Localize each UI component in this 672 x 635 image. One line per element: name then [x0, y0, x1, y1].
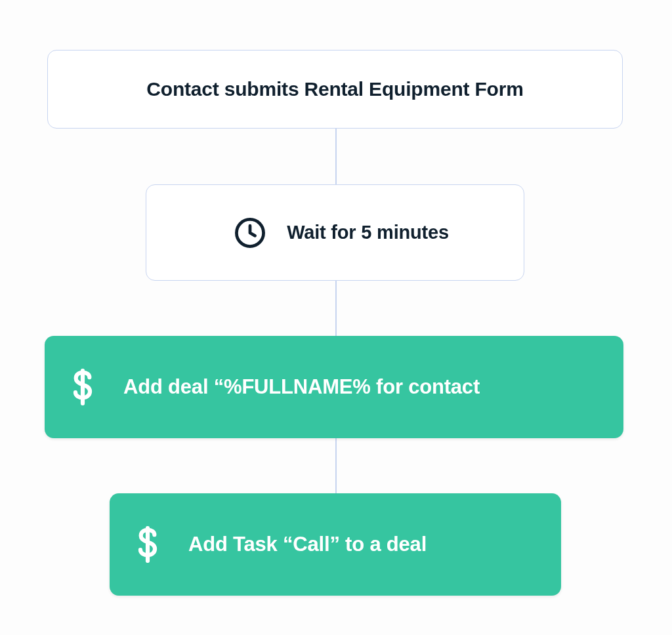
connector: [335, 281, 337, 336]
connector: [335, 438, 337, 493]
connector: [335, 129, 337, 184]
add-deal-step-node[interactable]: Add deal “%FULLNAME% for contact: [45, 336, 623, 438]
wait-step-label: Wait for 5 minutes: [287, 222, 449, 243]
wait-step-node[interactable]: Wait for 5 minutes: [146, 184, 524, 281]
add-deal-step-label: Add deal “%FULLNAME% for contact: [123, 375, 480, 399]
dollar-icon: [136, 526, 159, 563]
dollar-icon: [71, 369, 94, 405]
trigger-node[interactable]: Contact submits Rental Equipment Form: [47, 50, 623, 129]
clock-icon: [233, 216, 267, 250]
workflow-canvas: Contact submits Rental Equipment Form Wa…: [0, 0, 672, 635]
trigger-label: Contact submits Rental Equipment Form: [146, 78, 523, 100]
add-task-step-node[interactable]: Add Task “Call” to a deal: [110, 493, 561, 596]
add-task-step-label: Add Task “Call” to a deal: [188, 533, 427, 556]
